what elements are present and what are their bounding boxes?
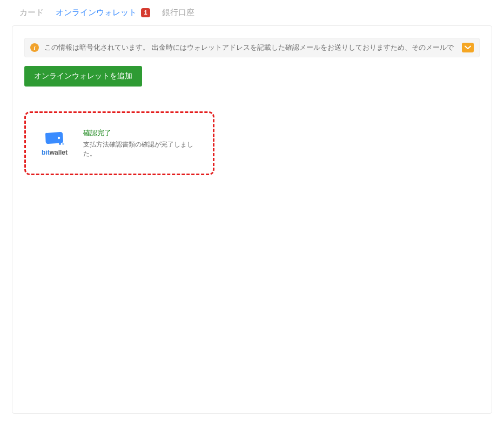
status-description: 支払方法確認書類の確認が完了しました。 bbox=[83, 140, 203, 158]
bitwallet-wallet-icon bbox=[44, 131, 65, 147]
status-title: 確認完了 bbox=[83, 128, 203, 138]
svg-point-1 bbox=[59, 143, 61, 145]
payment-method-tabs: カード オンラインウォレット 1 銀行口座 bbox=[0, 0, 504, 23]
info-icon: i bbox=[30, 43, 39, 52]
add-online-wallet-button[interactable]: オンラインウォレットを追加 bbox=[24, 66, 142, 87]
svg-point-2 bbox=[62, 143, 64, 145]
wallet-panel: i この情報は暗号化されています。 出金時にはウォレットアドレスを記載した確認メ… bbox=[12, 25, 492, 414]
tab-online-wallet-badge: 1 bbox=[141, 8, 150, 17]
logo-text-wallet: wallet bbox=[50, 149, 68, 156]
logo-text-bit: bit bbox=[42, 149, 50, 156]
bitwallet-logo-text: bitwallet bbox=[42, 149, 68, 156]
tab-online-wallet[interactable]: オンラインウォレット 1 bbox=[56, 8, 150, 18]
tab-card[interactable]: カード bbox=[19, 8, 44, 18]
tab-bank-account-label: 銀行口座 bbox=[162, 8, 194, 18]
wallet-status: 確認完了 支払方法確認書類の確認が完了しました。 bbox=[83, 128, 203, 158]
chevron-down-icon bbox=[465, 45, 471, 50]
svg-point-0 bbox=[58, 136, 60, 138]
wallet-card-bitwallet[interactable]: bitwallet 確認完了 支払方法確認書類の確認が完了しました。 bbox=[24, 111, 214, 175]
expand-alert-button[interactable] bbox=[462, 43, 474, 52]
alert-text: この情報は暗号化されています。 出金時にはウォレットアドレスを記載した確認メール… bbox=[44, 43, 456, 52]
bitwallet-logo: bitwallet bbox=[36, 131, 73, 156]
encryption-alert: i この情報は暗号化されています。 出金時にはウォレットアドレスを記載した確認メ… bbox=[24, 38, 480, 57]
tab-online-wallet-label: オンラインウォレット bbox=[56, 8, 137, 18]
tab-bank-account[interactable]: 銀行口座 bbox=[162, 8, 194, 18]
tab-card-label: カード bbox=[19, 8, 44, 18]
